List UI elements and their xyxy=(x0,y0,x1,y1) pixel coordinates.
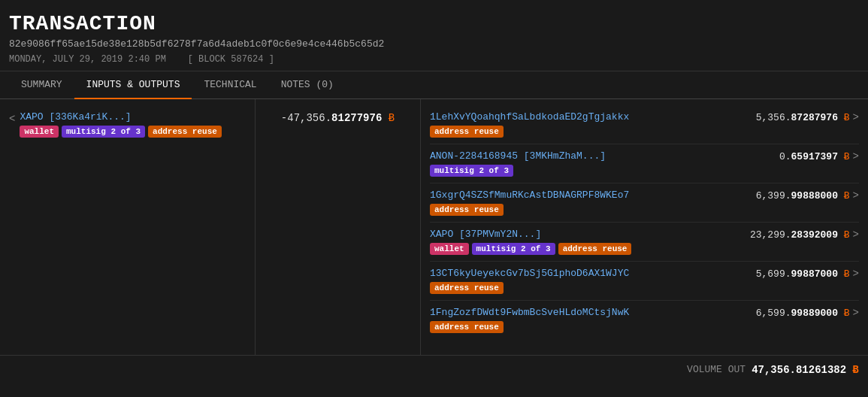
output-amount-3: 6,399.99888000 Ƀ xyxy=(756,189,850,202)
output-badges-2: multisig 2 of 3 xyxy=(430,165,773,177)
output-row-6: 1FngZozfDWdt9FwbmBcSveHLdoMCtsjNwK addre… xyxy=(430,301,859,339)
output-row-4: XAPO [37PMVmY2N...] wallet multisig 2 of… xyxy=(430,223,859,262)
output-address-4[interactable]: XAPO [37PMVmY2N...] xyxy=(430,229,541,240)
output-badges-6: address reuse xyxy=(430,321,750,333)
badge-wallet-4: wallet xyxy=(430,243,469,255)
output-right-3: 6,399.99888000 Ƀ > xyxy=(756,189,859,202)
output-address-1[interactable]: 1LehXvYQoahqhfSaLbdkodaED2gTgjakkx xyxy=(430,111,629,123)
transfer-amount-value: -47,356.81277976 Ƀ xyxy=(281,112,395,124)
tx-date: MONDAY, JULY 29, 2019 2:40 PM xyxy=(9,54,166,65)
output-amount-4: 23,299.28392009 Ƀ xyxy=(750,229,850,241)
badge-address-reuse-4: address reuse xyxy=(558,243,632,255)
output-chevron-1: > xyxy=(853,111,859,123)
output-address-3[interactable]: 1GxgrQ4SZSfMmuRKcAstDBNAGRPF8WKEo7 xyxy=(430,189,629,201)
volume-out-label: VOLUME OUT xyxy=(687,364,746,375)
output-amount-2: 0.65917397 Ƀ xyxy=(779,150,850,162)
output-left-3: 1GxgrQ4SZSfMmuRKcAstDBNAGRPF8WKEo7 addre… xyxy=(430,189,750,216)
tab-notes[interactable]: NOTES (0) xyxy=(269,71,346,99)
output-chevron-4: > xyxy=(853,229,859,241)
tab-bar: SUMMARY INPUTS & OUTPUTS TECHNICAL NOTES… xyxy=(0,71,868,99)
output-left-2: ANON-2284168945 [3MKHmZhaM...] multisig … xyxy=(430,150,773,177)
transfer-amount: -47,356.81277976 Ƀ xyxy=(281,111,395,124)
output-chevron-3: > xyxy=(853,189,859,202)
badge-address-reuse-5: address reuse xyxy=(430,282,504,294)
output-left-6: 1FngZozfDWdt9FwbmBcSveHLdoMCtsjNwK addre… xyxy=(430,307,750,333)
badge-wallet: wallet xyxy=(20,126,59,138)
transfer-amount-section: -47,356.81277976 Ƀ xyxy=(256,99,421,355)
badge-multisig-2: multisig 2 of 3 xyxy=(430,165,513,177)
output-address-2[interactable]: ANON-2284168945 [3MKHmZhaM...] xyxy=(430,150,606,162)
tx-hash: 82e9086ff65ae15de38e128b5df6278f7a6d4ade… xyxy=(9,38,859,50)
output-right-2: 0.65917397 Ƀ > xyxy=(779,150,859,162)
output-badges-3: address reuse xyxy=(430,204,750,216)
output-row-3: 1GxgrQ4SZSfMmuRKcAstDBNAGRPF8WKEo7 addre… xyxy=(430,183,859,223)
output-chevron-5: > xyxy=(853,268,859,280)
output-right-5: 5,699.99887000 Ƀ > xyxy=(756,268,859,280)
input-address-link[interactable]: XAPO [336Ka4riK...] xyxy=(20,111,131,123)
tx-meta: MONDAY, JULY 29, 2019 2:40 PM [ BLOCK 58… xyxy=(9,54,859,65)
output-badges-5: address reuse xyxy=(430,282,750,294)
output-right-1: 5,356.87287976 Ƀ > xyxy=(756,111,859,123)
block-ref: [ BLOCK 587624 ] xyxy=(188,54,274,65)
page-title: TRANSACTION xyxy=(9,12,859,35)
tab-summary[interactable]: SUMMARY xyxy=(9,71,74,99)
inputs-section: < XAPO [336Ka4riK...] wallet multisig 2 … xyxy=(0,99,256,355)
output-row-2: ANON-2284168945 [3MKHmZhaM...] multisig … xyxy=(430,144,859,183)
badge-address-reuse: address reuse xyxy=(148,126,222,138)
output-amount-1: 5,356.87287976 Ƀ xyxy=(756,111,850,123)
output-amount-6: 6,599.99889000 Ƀ xyxy=(756,307,850,319)
header: TRANSACTION 82e9086ff65ae15de38e128b5df6… xyxy=(0,0,868,71)
output-row-5: 13CT6kyUeyekcGv7bSj5G1phoD6AX1WJYC addre… xyxy=(430,262,859,301)
output-badges-1: address reuse xyxy=(430,126,750,138)
volume-out-amount: 47,356.81261382 Ƀ xyxy=(752,363,859,376)
output-left-1: 1LehXvYQoahqhfSaLbdkodaED2gTgjakkx addre… xyxy=(430,111,750,138)
tab-technical[interactable]: TECHNICAL xyxy=(192,71,268,99)
output-right-6: 6,599.99889000 Ƀ > xyxy=(756,307,859,319)
output-badges-4: wallet multisig 2 of 3 address reuse xyxy=(430,243,744,255)
input-details: XAPO [336Ka4riK...] wallet multisig 2 of… xyxy=(20,111,246,138)
output-left-5: 13CT6kyUeyekcGv7bSj5G1phoD6AX1WJYC addre… xyxy=(430,268,750,294)
output-row-1: 1LehXvYQoahqhfSaLbdkodaED2gTgjakkx addre… xyxy=(430,105,859,144)
main-content: < XAPO [336Ka4riK...] wallet multisig 2 … xyxy=(0,99,868,355)
input-badge-row: wallet multisig 2 of 3 address reuse xyxy=(20,126,246,138)
output-address-6[interactable]: 1FngZozfDWdt9FwbmBcSveHLdoMCtsjNwK xyxy=(430,307,629,318)
badge-address-reuse-1: address reuse xyxy=(430,126,504,138)
badge-multisig: multisig 2 of 3 xyxy=(62,126,145,138)
output-chevron-2: > xyxy=(853,150,859,162)
left-chevron-icon: < xyxy=(9,113,15,125)
badge-address-reuse-3: address reuse xyxy=(430,204,504,216)
outputs-section: 1LehXvYQoahqhfSaLbdkodaED2gTgjakkx addre… xyxy=(421,99,868,355)
tab-inputs-outputs[interactable]: INPUTS & OUTPUTS xyxy=(74,71,192,99)
badge-multisig-4: multisig 2 of 3 xyxy=(472,243,555,255)
output-amount-5: 5,699.99887000 Ƀ xyxy=(756,268,850,280)
badge-address-reuse-6: address reuse xyxy=(430,321,504,333)
output-address-5[interactable]: 13CT6kyUeyekcGv7bSj5G1phoD6AX1WJYC xyxy=(430,268,629,279)
output-left-4: XAPO [37PMVmY2N...] wallet multisig 2 of… xyxy=(430,229,744,255)
input-item: < XAPO [336Ka4riK...] wallet multisig 2 … xyxy=(9,111,246,138)
output-right-4: 23,299.28392009 Ƀ > xyxy=(750,229,859,241)
output-chevron-6: > xyxy=(853,307,859,319)
footer: VOLUME OUT 47,356.81261382 Ƀ xyxy=(0,355,868,383)
